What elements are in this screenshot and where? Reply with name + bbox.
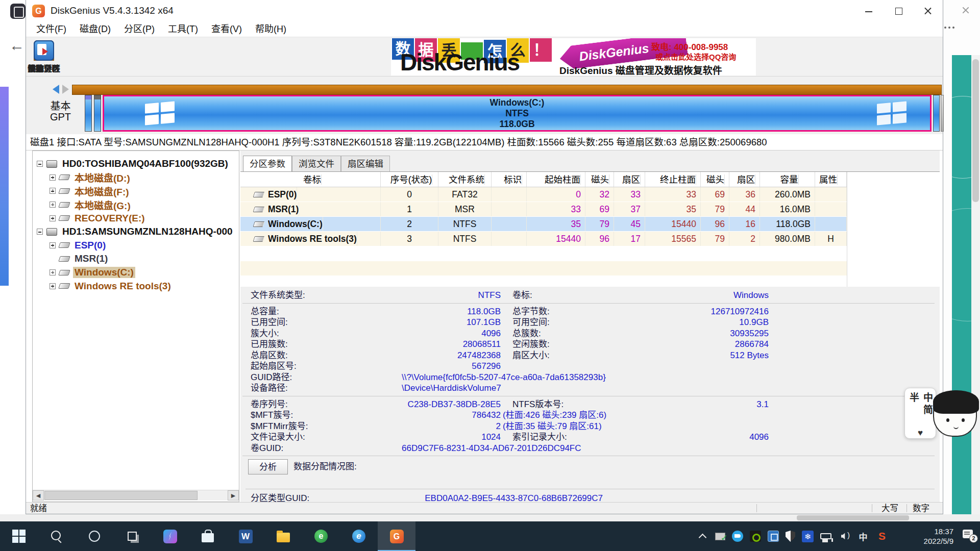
- tab[interactable]: 分区参数: [243, 156, 292, 171]
- menu-item[interactable]: 查看(V): [205, 21, 249, 37]
- tray-snowflake-app[interactable]: [802, 531, 814, 542]
- scrollbar-thumb[interactable]: [797, 515, 909, 520]
- tray-sogou[interactable]: S: [876, 530, 888, 542]
- tree-expander-icon[interactable]: [50, 242, 56, 248]
- partition-block-free[interactable]: [941, 95, 944, 132]
- tree-item[interactable]: 本地磁盘(D:): [33, 171, 239, 185]
- tree-expander-icon[interactable]: [37, 229, 43, 235]
- store[interactable]: [189, 521, 227, 551]
- cortana[interactable]: [76, 521, 113, 551]
- tree-expander-icon[interactable]: [37, 161, 43, 167]
- tree-item[interactable]: 本地磁盘(G:): [33, 198, 239, 212]
- background-window-tab-icon[interactable]: [10, 4, 26, 19]
- table-header-cell[interactable]: 扇区: [729, 172, 760, 187]
- analyze-button[interactable]: 分析: [248, 459, 288, 474]
- partition-block-esp[interactable]: [85, 95, 92, 132]
- toolbar-button[interactable]: 系统迁移: [26, 39, 62, 74]
- tree-expander-icon[interactable]: [50, 202, 56, 208]
- minimize-button[interactable]: [854, 0, 884, 21]
- background-close-icon[interactable]: [962, 6, 970, 14]
- status-ready: 就绪: [30, 503, 47, 514]
- menu-item[interactable]: 工具(T): [161, 21, 205, 37]
- taskbar-clock[interactable]: 18:37 2022/5/9: [924, 521, 953, 551]
- notification-center-icon[interactable]: 2: [963, 529, 976, 541]
- tray-intel-graphics[interactable]: [768, 531, 779, 542]
- partition-block-msr[interactable]: [94, 95, 101, 132]
- tray-sync-check[interactable]: [715, 533, 725, 540]
- word[interactable]: [227, 521, 264, 551]
- pendant-cartoon-face[interactable]: [933, 391, 978, 439]
- sidebar-horizontal-scrollbar[interactable]: ◀ ▶: [33, 490, 239, 500]
- prev-disk-arrow-icon[interactable]: [48, 85, 59, 94]
- tray-chevron-up[interactable]: [696, 530, 708, 542]
- scroll-left-icon[interactable]: ◀: [33, 490, 44, 500]
- search[interactable]: [38, 521, 76, 551]
- menu-item[interactable]: 磁盘(D): [73, 21, 117, 37]
- tray-battery[interactable]: [820, 533, 831, 539]
- edge[interactable]: [340, 521, 378, 551]
- tray-nvidia[interactable]: [750, 531, 761, 542]
- tree-item[interactable]: RECOVERY(E:): [33, 211, 239, 225]
- table-header-cell[interactable]: 扇区: [614, 172, 645, 187]
- browser-green[interactable]: [302, 521, 340, 551]
- tree-item[interactable]: HD0:TOSHIBAMQ04ABF100(932GB): [33, 157, 239, 171]
- table-header-cell[interactable]: 属性: [815, 172, 847, 187]
- table-header-cell[interactable]: 磁头: [701, 172, 729, 187]
- app-flash[interactable]: [151, 521, 189, 551]
- table-header-cell[interactable]: 容量: [760, 172, 815, 187]
- partition-block-windows-c[interactable]: Windows(C:) NTFS 118.0GB: [103, 95, 932, 132]
- tray-bird-app[interactable]: [732, 531, 743, 542]
- table-header-cell[interactable]: 标识: [492, 172, 527, 187]
- table-row[interactable]: MSR(1) 1 MSR 33 69 37 35 79 44 16.0MB: [240, 202, 847, 217]
- tray-volume[interactable]: [838, 530, 850, 542]
- tray-security-shield[interactable]: [786, 531, 795, 542]
- back-arrow-icon[interactable]: ←: [9, 38, 24, 53]
- tray-ime[interactable]: 中: [857, 530, 869, 542]
- table-header-cell[interactable]: 序号(状态): [381, 172, 438, 187]
- ad-pendant[interactable]: 中简半 ♥: [904, 388, 980, 441]
- pendant-card[interactable]: 中简半 ♥: [904, 388, 936, 439]
- table-row[interactable]: Windows(C:) 2 NTFS 35 79 45 15440 96 16 …: [240, 217, 847, 232]
- table-row[interactable]: Windows RE tools(3) 3 NTFS 15440 96 17 1…: [240, 232, 847, 246]
- tree-expander-icon[interactable]: [50, 188, 56, 194]
- tree-expander-icon[interactable]: [50, 174, 56, 181]
- table-header-cell[interactable]: 文件系统: [438, 172, 492, 187]
- background-vertical-scrollbar[interactable]: [971, 55, 980, 514]
- tree-item[interactable]: ESP(0): [33, 239, 239, 253]
- disk-header-strip[interactable]: [72, 85, 942, 95]
- tab[interactable]: 浏览文件: [292, 156, 341, 171]
- background-horizontal-scrollbar[interactable]: [0, 514, 980, 521]
- detail-row: GUID路径: \\?\Volume{fcf0fc5b-5207-47ce-a6…: [240, 372, 940, 383]
- table-header-cell[interactable]: 磁头: [585, 172, 614, 187]
- tree-expander-icon[interactable]: [50, 215, 56, 221]
- menu-item[interactable]: 帮助(H): [249, 21, 293, 37]
- scroll-right-icon[interactable]: ▶: [228, 490, 239, 500]
- overflow-menu-icon[interactable]: [944, 27, 958, 31]
- table-row[interactable]: ESP(0) 0 FAT32 0 32 33 33 69 36 260.0MB: [240, 187, 847, 202]
- ad-banner[interactable]: 数据丢怎么！ DiskGenius DiskGenius 致电: 400-008…: [391, 38, 756, 76]
- maximize-button[interactable]: [884, 0, 913, 21]
- disk-nav: [48, 84, 74, 95]
- start[interactable]: [0, 521, 38, 551]
- tree-expander-icon[interactable]: [50, 283, 56, 289]
- task-view[interactable]: [113, 521, 151, 551]
- close-button[interactable]: [913, 0, 943, 21]
- tree-item[interactable]: MSR(1): [33, 252, 239, 266]
- menu-item[interactable]: 分区(P): [117, 21, 161, 37]
- menu-item[interactable]: 文件(F): [30, 21, 73, 37]
- tree-expander-icon[interactable]: [50, 269, 56, 276]
- table-header-cell[interactable]: 卷标: [240, 172, 381, 187]
- diskgenius[interactable]: [378, 521, 415, 551]
- table-header-cell[interactable]: 终止柱面: [645, 172, 701, 187]
- tab[interactable]: 扇区编辑: [341, 156, 390, 171]
- tree-item[interactable]: Windows(C:): [33, 266, 239, 280]
- file-explorer[interactable]: [264, 521, 302, 551]
- tree-item[interactable]: Windows RE tools(3): [33, 279, 239, 293]
- tree-item[interactable]: HD1:SAMSUNGMZNLN128HAHQ-000: [33, 225, 239, 239]
- ad-qq-link[interactable]: 或点击此处选择QQ咨询: [655, 51, 756, 62]
- scrollbar-thumb[interactable]: [44, 491, 198, 500]
- scrollbar-thumb[interactable]: [972, 59, 979, 202]
- partition-block-re-tools[interactable]: [933, 95, 940, 132]
- tree-item[interactable]: 本地磁盘(F:): [33, 184, 239, 198]
- table-header-cell[interactable]: 起始柱面: [527, 172, 585, 187]
